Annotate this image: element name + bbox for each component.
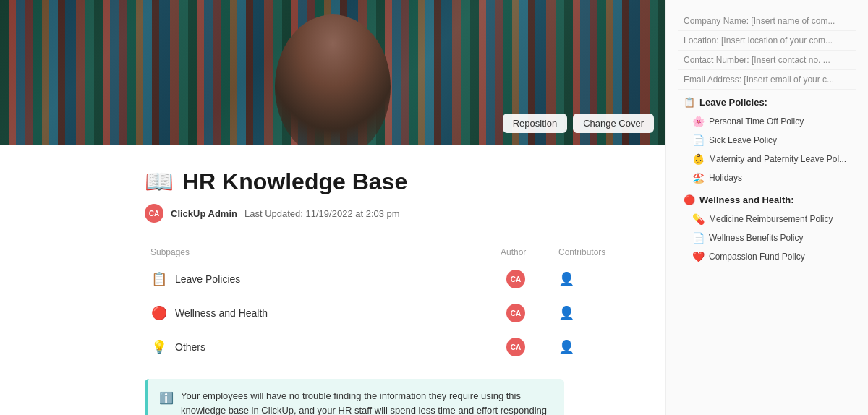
compassion-icon: ❤️	[692, 251, 705, 262]
maternity-label: Maternity and Paternity Leave Pol...	[709, 154, 846, 164]
person-icon: 👤	[558, 339, 574, 355]
callout-text: Your employees will have no trouble find…	[181, 389, 553, 415]
sidebar-item-maternity[interactable]: 👶 Maternity and Paternity Leave Pol...	[678, 150, 856, 168]
col-contributors: Contributors	[558, 247, 631, 257]
sidebar-field-contact[interactable]: Contact Number: [Insert contact no. ...	[678, 51, 856, 70]
author-avatar: CA	[145, 204, 163, 223]
page-emoji: 📖	[145, 168, 174, 195]
sidebar-section-wellness: 🔴 Wellness and Health:	[678, 187, 856, 210]
sidebar-item-wellness-benefits[interactable]: 📄 Wellness Benefits Policy	[678, 228, 856, 247]
author-cell: CA	[501, 338, 558, 356]
leave-section-icon: 📋	[684, 97, 695, 108]
wellness-label: Wellness and Health	[175, 307, 268, 319]
subpage-name-leave: 📋 Leave Policies	[150, 271, 501, 287]
author-name: ClickUp Admin	[171, 208, 237, 219]
reposition-button[interactable]: Reposition	[503, 114, 567, 133]
sick-icon: 📄	[692, 134, 705, 146]
maternity-icon: 👶	[692, 153, 705, 165]
medicine-icon: 💊	[692, 213, 705, 225]
callout-icon: ℹ️	[159, 390, 174, 415]
wellness-icon: 🔴	[150, 305, 168, 321]
page-meta: CA ClickUp Admin Last Updated: 11/19/202…	[145, 204, 637, 223]
subpage-name-wellness: 🔴 Wellness and Health	[150, 305, 501, 321]
wellness-section-title: Wellness and Health:	[699, 194, 794, 205]
sidebar-item-holidays[interactable]: 🏖️ Holidays	[678, 168, 856, 187]
table-header: Subpages Author Contributors	[145, 243, 637, 262]
wellness-benefits-icon: 📄	[692, 232, 705, 244]
cover-buttons: Reposition Change Cover	[503, 114, 654, 133]
wellness-benefits-label: Wellness Benefits Policy	[709, 233, 804, 243]
change-cover-button[interactable]: Change Cover	[573, 114, 654, 133]
table-row[interactable]: 🔴 Wellness and Health CA 👤	[145, 296, 637, 330]
pto-icon: 🌸	[692, 116, 705, 127]
leave-label: Leave Policies	[175, 273, 240, 285]
person-icon: 👤	[558, 305, 574, 321]
page-title: HR Knowledge Base	[182, 168, 407, 195]
col-author: Author	[501, 247, 558, 257]
author-cell: CA	[501, 304, 558, 322]
table-row[interactable]: 💡 Others CA 👤	[145, 330, 637, 364]
sidebar-field-company[interactable]: Company Name: [Insert name of com...	[678, 12, 856, 31]
sidebar-section-leave: 📋 Leave Policies:	[678, 90, 856, 112]
sidebar: Company Name: [Insert name of com... Loc…	[665, 0, 868, 415]
table-row[interactable]: 📋 Leave Policies CA 👤	[145, 262, 637, 296]
holidays-label: Holidays	[709, 173, 742, 183]
main-area: Reposition Change Cover 📖 HR Knowledge B…	[0, 0, 665, 415]
contrib-cell: 👤	[558, 339, 631, 355]
contrib-cell: 👤	[558, 305, 631, 321]
page-content: 📖 HR Knowledge Base CA ClickUp Admin Las…	[0, 145, 665, 415]
last-updated: Last Updated: 11/19/2022 at 2:03 pm	[244, 208, 400, 219]
col-subpages: Subpages	[150, 247, 501, 257]
compassion-label: Compassion Fund Policy	[709, 252, 805, 262]
leave-icon: 📋	[150, 271, 168, 287]
sidebar-item-compassion[interactable]: ❤️ Compassion Fund Policy	[678, 247, 856, 266]
sidebar-field-location[interactable]: Location: [Insert location of your com..…	[678, 31, 856, 51]
medicine-label: Medicine Reimbursement Policy	[709, 214, 833, 224]
cover-image: Reposition Change Cover	[0, 0, 665, 145]
author-avatar-leave: CA	[506, 270, 525, 288]
holidays-icon: 🏖️	[692, 172, 705, 184]
info-callout: ℹ️ Your employees will have no trouble f…	[145, 379, 564, 415]
sick-label: Sick Leave Policy	[709, 135, 777, 145]
author-cell: CA	[501, 270, 558, 288]
author-avatar-wellness: CA	[506, 304, 525, 322]
page-title-row: 📖 HR Knowledge Base	[145, 168, 637, 195]
contrib-cell: 👤	[558, 271, 631, 287]
sidebar-item-medicine[interactable]: 💊 Medicine Reimbursement Policy	[678, 210, 856, 228]
others-label: Others	[175, 341, 205, 353]
sidebar-item-sick[interactable]: 📄 Sick Leave Policy	[678, 131, 856, 150]
pto-label: Personal Time Off Policy	[709, 116, 804, 127]
author-avatar-others: CA	[506, 338, 525, 356]
sidebar-field-email[interactable]: Email Address: [Insert email of your c..…	[678, 70, 856, 90]
person-icon: 👤	[558, 271, 574, 287]
wellness-section-icon: 🔴	[684, 194, 695, 205]
subpage-name-others: 💡 Others	[150, 339, 501, 355]
others-icon: 💡	[150, 339, 168, 355]
sidebar-item-pto[interactable]: 🌸 Personal Time Off Policy	[678, 112, 856, 131]
leave-section-title: Leave Policies:	[699, 97, 767, 108]
